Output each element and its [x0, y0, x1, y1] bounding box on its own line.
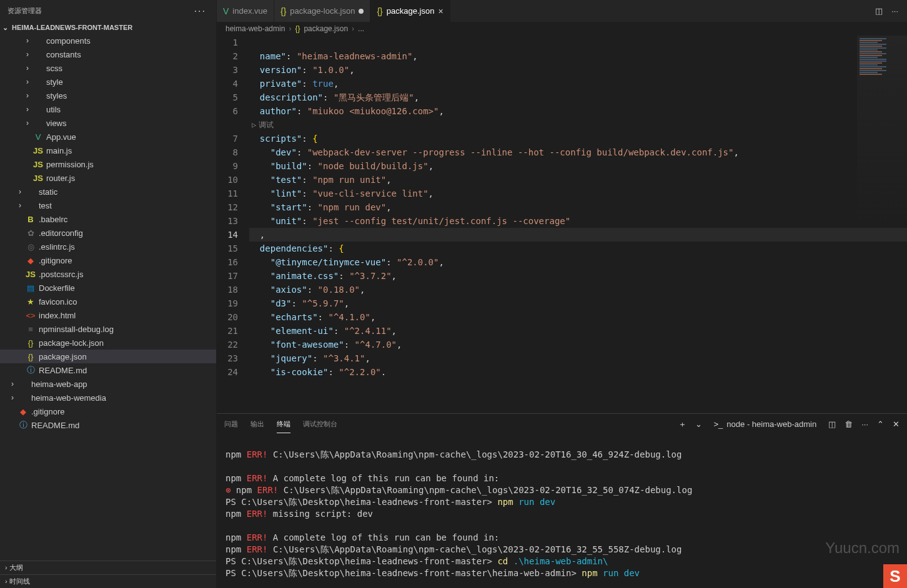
code-line[interactable]: "animate.css": "^3.7.2",	[249, 269, 907, 283]
minimap[interactable]	[857, 36, 907, 223]
folder-item[interactable]: ›style	[0, 75, 216, 89]
file-item[interactable]: <>index.html	[0, 308, 216, 322]
close-icon[interactable]: ×	[438, 6, 443, 16]
code-line[interactable]: "lint": "vue-cli-service lint",	[249, 187, 907, 200]
code-area[interactable]: name": "heima-leadnews-admin", version":…	[249, 36, 907, 413]
timeline-section[interactable]: › 时间线	[0, 574, 216, 588]
code-line[interactable]: "build": "node build/build.js",	[249, 159, 907, 173]
file-icon: ≡	[25, 325, 36, 334]
file-item[interactable]: ◎.eslintrc.js	[0, 240, 216, 253]
breadcrumb-part[interactable]: ...	[358, 24, 364, 33]
folder-item[interactable]: ›heima-web-app	[0, 377, 216, 391]
problems-tab[interactable]: 问题	[224, 416, 238, 433]
terminal-tab[interactable]: 终端	[277, 416, 290, 433]
debug-codelens[interactable]: ▷ 调试	[249, 118, 907, 132]
file-item[interactable]: ✿.editorconfig	[0, 226, 216, 240]
file-item[interactable]: {}package.json	[0, 350, 216, 363]
code-line[interactable]: private": true,	[249, 77, 907, 91]
editor-tab[interactable]: Vindex.vue	[217, 0, 274, 22]
file-label: router.js	[46, 174, 75, 183]
code-line[interactable]: scripts": {	[249, 132, 907, 145]
terminal-output[interactable]: npm ERR! C:\Users\陈\AppData\Roaming\npm-…	[217, 434, 907, 588]
file-item[interactable]: ≡npminstall-debug.log	[0, 322, 216, 336]
folder-item[interactable]: ›test	[0, 198, 216, 212]
folder-item[interactable]: ›components	[0, 34, 216, 47]
close-icon[interactable]: ✕	[893, 419, 900, 429]
file-item[interactable]: VApp.vue	[0, 130, 216, 144]
editor-tab[interactable]: {}package-lock.json	[274, 0, 370, 22]
code-line[interactable]: "jquery": "^3.4.1",	[249, 351, 907, 365]
file-item[interactable]: ◆.gitignore	[0, 404, 216, 418]
code-line[interactable]: "@tinymce/tinymce-vue": "^2.0.0",	[249, 255, 907, 269]
code-line[interactable]: version": "1.0.0",	[249, 63, 907, 77]
code-line[interactable]: description": "黑马头条管理后端",	[249, 91, 907, 104]
file-item[interactable]: JSmain.js	[0, 144, 216, 157]
more-icon[interactable]: ···	[861, 419, 868, 429]
file-item[interactable]: ⓘREADME.md	[0, 363, 216, 377]
project-root[interactable]: ⌄ HEIMA-LEADNEWS-FRONT-MASTER	[0, 22, 216, 34]
file-label: App.vue	[46, 132, 76, 142]
chevron-right-icon: ›	[7, 393, 17, 402]
code-line[interactable]: dependencies": {	[249, 242, 907, 255]
breadcrumb-part[interactable]: heima-web-admin	[226, 24, 285, 33]
file-icon: ▤	[25, 283, 36, 293]
code-line[interactable]: "start": "npm run dev",	[249, 200, 907, 214]
debug-console-tab[interactable]: 调试控制台	[303, 416, 337, 433]
folder-item[interactable]: ›heima-web-wemedia	[0, 391, 216, 404]
chevron-right-icon: ›	[22, 77, 32, 86]
code-line[interactable]: "dev": "webpack-dev-server --progress --…	[249, 145, 907, 159]
more-actions-icon[interactable]: ···	[192, 3, 209, 19]
file-item[interactable]: ▤Dockerfile	[0, 281, 216, 295]
code-line[interactable]: "unit": "jest --config test/unit/jest.co…	[249, 214, 907, 228]
file-icon: {}	[25, 338, 36, 348]
code-line[interactable]: author": "miukoo <miukoo@126.com>",	[249, 104, 907, 118]
editor-tab[interactable]: {}package.json×	[370, 0, 450, 22]
code-line[interactable]: "echarts": "^4.1.0",	[249, 310, 907, 324]
folder-item[interactable]: ›views	[0, 116, 216, 130]
output-tab[interactable]: 输出	[250, 416, 264, 433]
chevron-right-icon: ›	[22, 64, 32, 72]
split-terminal-icon[interactable]: ◫	[828, 419, 836, 429]
file-icon: <>	[25, 311, 36, 320]
code-line[interactable]: "element-ui": "^2.4.11",	[249, 324, 907, 338]
code-line[interactable]: "axios": "0.18.0",	[249, 283, 907, 296]
file-item[interactable]: {}package-lock.json	[0, 336, 216, 350]
editor[interactable]: 123456 789101112131415161718192021222324…	[217, 36, 907, 413]
folder-item[interactable]: ›scss	[0, 61, 216, 75]
breadcrumb[interactable]: heima-web-admin › {} package.json › ...	[217, 22, 907, 36]
file-item[interactable]: JS.postcssrc.js	[0, 267, 216, 281]
file-item[interactable]: ◆.gitignore	[0, 253, 216, 267]
folder-item[interactable]: ›constants	[0, 47, 216, 61]
folder-item[interactable]: ›utils	[0, 102, 216, 116]
code-line[interactable]: ,	[249, 228, 907, 242]
trash-icon[interactable]: 🗑	[845, 419, 853, 429]
code-line[interactable]: "test": "npm run unit",	[249, 173, 907, 187]
file-item[interactable]: JSpermission.js	[0, 157, 216, 171]
file-item[interactable]: JSrouter.js	[0, 171, 216, 185]
code-line[interactable]: "font-awesome": "^4.7.0",	[249, 338, 907, 351]
file-item[interactable]: ⓘREADME.md	[0, 418, 216, 432]
code-line[interactable]: name": "heima-leadnews-admin",	[249, 49, 907, 63]
outline-section[interactable]: › 大纲	[0, 561, 216, 574]
terminal-selector[interactable]: >_ node - heima-web-admin	[711, 418, 820, 430]
dropdown-caret-icon[interactable]: ⌄	[695, 419, 702, 429]
new-terminal-icon[interactable]: ＋	[678, 419, 686, 430]
file-item[interactable]: B.babelrc	[0, 212, 216, 226]
code-line[interactable]: "is-cookie": "^2.2.0".	[249, 365, 907, 379]
file-label: utils	[46, 105, 61, 114]
chevron-up-icon[interactable]: ⌃	[877, 419, 884, 429]
folder-item[interactable]: ›styles	[0, 89, 216, 102]
code-line[interactable]: "d3": "^5.9.7",	[249, 296, 907, 310]
sidebar-bottom: › 大纲 › 时间线	[0, 561, 216, 588]
file-label: index.html	[39, 311, 76, 320]
terminal-label: node - heima-web-admin	[726, 419, 816, 429]
breadcrumb-part[interactable]: package.json	[304, 24, 348, 33]
more-icon[interactable]: ···	[891, 6, 898, 16]
folder-item[interactable]: ›static	[0, 185, 216, 198]
chevron-right-icon: ›	[22, 119, 32, 127]
code-line[interactable]	[249, 36, 907, 49]
split-editor-icon[interactable]: ◫	[875, 6, 883, 16]
file-item[interactable]: ★favicon.ico	[0, 295, 216, 308]
file-label: .postcssrc.js	[39, 270, 84, 279]
file-label: scss	[46, 64, 62, 73]
